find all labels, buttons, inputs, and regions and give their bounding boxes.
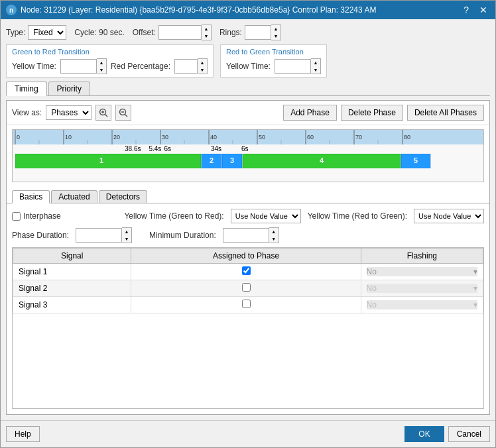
delete-phase-btn[interactable]: Delete Phase [341,105,403,121]
cancel-button[interactable]: Cancel [448,426,490,442]
red-to-green-content: Yellow Time: 0.0 sec ▲ ▼ [226,58,321,74]
content-area: Type: Fixed Cycle: 90 sec. Offset: 0.0 s… [1,19,495,420]
yellow-time-r2g-label: Yellow Time: [226,62,271,71]
svg-text:80: 80 [404,134,410,140]
yellow-time-r2g-up[interactable]: ▲ [311,59,320,66]
red-pct-input[interactable]: 50 [174,59,198,74]
tab-priority[interactable]: Priority [48,82,90,95]
phase-duration-down[interactable]: ▼ [122,235,131,243]
signal-name-3: Signal 3 [13,297,131,313]
yellow-time-r2g-down[interactable]: ▼ [311,66,320,74]
zoom-out-btn[interactable] [115,105,131,121]
ok-button[interactable]: OK [404,426,444,442]
view-as-select[interactable]: Phases Rings Groups [46,105,92,120]
red-pct-up[interactable]: ▲ [198,59,207,66]
main-panel: View as: Phases Rings Groups [6,100,490,415]
green-to-red-content: Yellow Time: 3.4 sec ▲ ▼ Red Percentage:… [12,58,208,74]
offset-input[interactable]: 0.0 sec [158,25,202,40]
offset-up-btn[interactable]: ▲ [202,25,211,32]
signal-name-1: Signal 1 [13,264,131,280]
help-button[interactable]: Help [6,426,40,442]
timeline: 0 10 20 30 40 50 60 [12,129,484,182]
svg-text:3: 3 [230,156,234,164]
phase-bars: 1 2 3 4 5 [15,154,453,168]
inner-tab-basics[interactable]: Basics [12,190,50,203]
assigned-checkbox-3[interactable] [242,300,251,308]
assigned-checkbox-1[interactable] [242,266,251,275]
svg-line-1 [105,115,108,117]
min-duration-input[interactable]: 0.0 sec [223,228,269,243]
help-title-btn[interactable]: ? [461,5,471,15]
col-assigned: Assigned to Phase [131,249,361,264]
top-row: Type: Fixed Cycle: 90 sec. Offset: 0.0 s… [6,25,490,40]
app-icon: n [6,5,17,15]
yellow-time-g2r-btns: ▲ ▼ [97,58,107,74]
signal-name-2: Signal 2 [13,280,131,297]
red-pct-label: Red Percentage: [111,62,170,71]
inner-tab-actuated[interactable]: Actuated [51,190,97,203]
red-pct-spinner: 50 ▲ ▼ [174,58,208,74]
add-phase-btn[interactable]: Add Phase [283,105,337,121]
type-label: Type: [6,28,25,37]
svg-text:5: 5 [414,156,418,164]
zoom-in-btn[interactable] [95,105,111,121]
yellow-time-g2r-spinner: 3.4 sec ▲ ▼ [60,58,107,74]
phase-duration-btns: ▲ ▼ [122,227,132,243]
rings-input[interactable]: 1 [245,25,271,40]
cycle-group: Cycle: 90 sec. [74,28,124,37]
offset-label: Offset: [133,28,156,37]
min-duration-down[interactable]: ▼ [269,235,279,243]
assigned-3-cell [131,297,361,313]
basics-row-1: Interphase Yellow Time (Green to Red): U… [12,209,484,223]
phase-duration-label: Phase Duration: [12,231,69,240]
delete-all-phases-btn[interactable]: Delete All Phases [407,105,484,121]
rings-up-btn[interactable]: ▲ [271,25,280,32]
window-controls: ? ✕ [461,5,490,15]
flashing-2-dropdown: No ▾ [367,284,477,293]
red-to-green-title: Red to Green Transition [226,48,321,56]
svg-text:40: 40 [210,134,217,140]
rings-down-btn[interactable]: ▼ [271,32,280,40]
col-flashing: Flashing [361,249,483,264]
yellow-time-r2g-input[interactable]: 0.0 sec [275,59,311,74]
inner-tabs-row: Basics Actuated Detectors [7,186,489,203]
phase-duration-up[interactable]: ▲ [122,228,131,235]
svg-text:4: 4 [320,156,324,164]
basics-row-2: Phase Duration: 38.6 sec ▲ ▼ Minimum Dur… [12,227,484,243]
transitions-row: Green to Red Transition Yellow Time: 3.4… [6,44,490,78]
phase-duration-spinner: 38.6 sec ▲ ▼ [76,227,132,243]
min-duration-up[interactable]: ▲ [269,228,279,235]
svg-text:1: 1 [99,156,103,164]
flashing-2-cell: No ▾ [361,280,483,297]
phase-duration-input[interactable]: 38.6 sec [76,228,122,243]
green-to-red-group: Green to Red Transition Yellow Time: 3.4… [6,44,214,78]
yellow-time-g2r-label: Yellow Time: [12,62,56,71]
ruler-svg: 0 10 20 30 40 50 60 [13,130,483,144]
phase-labels: 38.6s 5.4s 6s 34s 6s [13,144,483,153]
yellow-time-g2r-basics-select[interactable]: Use Node Value [231,209,301,223]
yellow-time-g2r-down[interactable]: ▼ [97,66,106,74]
red-pct-down[interactable]: ▼ [198,66,207,74]
flashing-1-cell: No ▾ [361,264,483,280]
interphase-checkbox[interactable] [12,212,21,221]
yellow-time-g2r-up[interactable]: ▲ [97,59,106,66]
inner-tab-detectors[interactable]: Detectors [99,190,147,203]
table-row: Signal 1 No ▾ [13,264,483,280]
view-as-label: View as: [12,108,42,117]
yellow-time-g2r-input[interactable]: 3.4 sec [60,59,97,74]
tab-timing[interactable]: Timing [6,82,47,96]
table-row: Signal 3 No ▾ [13,297,483,313]
ok-cancel-group: OK Cancel [404,426,490,442]
assigned-checkbox-2[interactable] [242,283,251,292]
window-title: Node: 31229 (Layer: Residential) {baa5b2… [21,5,461,15]
offset-down-btn[interactable]: ▼ [202,32,211,40]
close-title-btn[interactable]: ✕ [477,5,490,15]
phase-label-1: 38.6s [125,145,141,152]
col-signal: Signal [13,249,131,264]
svg-text:2: 2 [210,156,214,164]
yellow-time-r2g-btns: ▲ ▼ [311,58,321,74]
type-select[interactable]: Fixed [28,25,66,40]
yellow-time-r2g-basics-select[interactable]: Use Node Value [414,209,484,223]
svg-rect-7 [13,130,483,144]
red-pct-btns: ▲ ▼ [198,58,208,74]
